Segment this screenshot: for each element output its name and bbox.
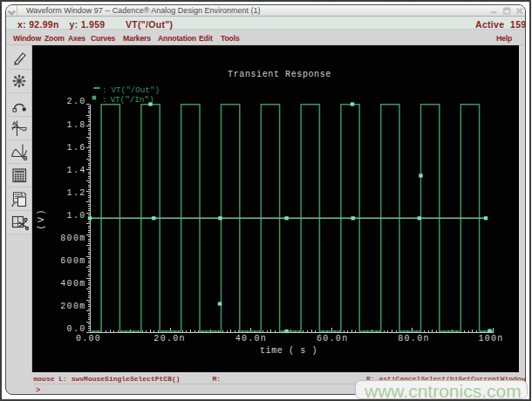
- svg-text:40.0n: 40.0n: [235, 333, 268, 343]
- svg-text:VT("/Out"): VT("/Out"): [112, 85, 160, 94]
- svg-text:1.2: 1.2: [67, 187, 86, 197]
- svg-text:400m: 400m: [60, 279, 85, 289]
- svg-text:100n: 100n: [478, 333, 503, 343]
- svg-text:(V): (V): [36, 207, 46, 230]
- svg-text:B: B: [23, 155, 27, 161]
- svg-text:2.0: 2.0: [67, 97, 86, 106]
- svg-text:Transient Response: Transient Response: [228, 69, 331, 78]
- svg-text:60.0n: 60.0n: [317, 333, 349, 343]
- svg-text:1.8: 1.8: [67, 119, 86, 129]
- svg-text:200m: 200m: [60, 302, 85, 311]
- svg-text::: :: [102, 95, 107, 105]
- svg-text:VT("/In"): VT("/In"): [111, 95, 154, 105]
- svg-text:1.0: 1.0: [67, 210, 86, 220]
- svg-text:80.0n: 80.0n: [398, 333, 430, 343]
- svg-text:0.0: 0.0: [67, 324, 86, 334]
- svg-text:600m: 600m: [60, 256, 85, 266]
- svg-text::: :: [102, 85, 107, 94]
- svg-text:0.00: 0.00: [76, 333, 101, 343]
- svg-text:1.4: 1.4: [67, 165, 86, 174]
- svg-text:20.0n: 20.0n: [153, 333, 186, 343]
- svg-text:1.6: 1.6: [67, 142, 86, 152]
- svg-text:800m: 800m: [60, 234, 85, 243]
- svg-text:time ( s ): time ( s ): [260, 345, 317, 355]
